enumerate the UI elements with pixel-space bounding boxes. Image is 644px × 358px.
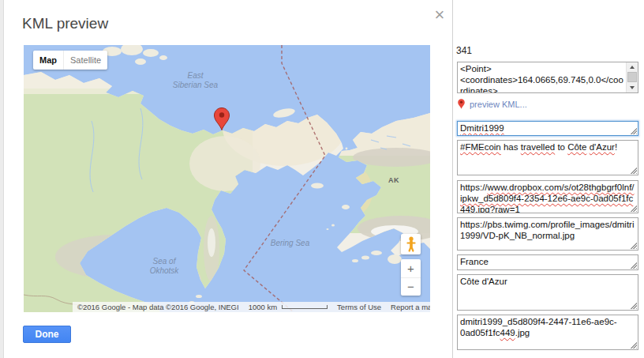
preview-kml-label: preview KML...	[470, 100, 527, 109]
close-icon[interactable]: ×	[429, 5, 450, 25]
scale-control: 1000 km	[249, 303, 328, 311]
zoom-out-button[interactable]: −	[401, 278, 421, 296]
pegman-icon	[406, 236, 417, 252]
map-marker[interactable]	[214, 107, 230, 130]
terms-of-use-link[interactable]: Terms of Use	[337, 303, 381, 311]
report-map-error-link[interactable]: Report a map error	[391, 303, 430, 311]
zoom-in-button[interactable]: +	[401, 259, 421, 278]
copyright-label: ©2016 Google - Map data ©2016 Google, IN…	[77, 303, 239, 311]
satellite-button[interactable]: Satellite	[63, 51, 107, 70]
page-left-edge	[0, 0, 4, 358]
tweet-text-field[interactable]: #FMEcoin has travelled to Côte d'Azur!	[457, 140, 638, 175]
marker-icon	[458, 99, 465, 109]
zoom-control: + −	[401, 259, 421, 296]
map-type-control: Map Satellite	[33, 51, 107, 70]
pegman-button[interactable]	[401, 234, 421, 254]
scale-label: 1000 km	[249, 303, 277, 311]
map-basemap	[24, 45, 430, 312]
scale-bar	[282, 305, 328, 309]
kml-snippet-field[interactable]: <Point> <coordinates>164.0665,69.745,0.0…	[457, 62, 638, 93]
row-number-label: 341	[456, 45, 472, 56]
label-alaska: AK	[388, 176, 399, 184]
resize-grip[interactable]	[630, 302, 637, 309]
done-button[interactable]: Done	[23, 326, 71, 343]
profile-image-url-field[interactable]: https://pbs.twimg.com/profile_images/dmi…	[457, 217, 638, 251]
kml-snippet-text: <Point> <coordinates>164.0665,69.745,0.0…	[460, 63, 623, 93]
username-field[interactable]: Dmitri1999	[457, 121, 638, 136]
kml-snippet-scrollbar[interactable]	[626, 62, 638, 92]
scroll-down-icon[interactable]	[627, 83, 638, 92]
scroll-thumb[interactable]	[627, 72, 637, 82]
preview-kml-link[interactable]: preview KML...	[458, 99, 527, 109]
resize-grip[interactable]	[630, 242, 637, 249]
map-attribution-bar: ©2016 Google - Map data ©2016 Google, IN…	[73, 302, 430, 312]
image-url-field[interactable]: https://www.dropbox.com/s/ot28thgbgrf0ln…	[457, 180, 638, 213]
resize-grip[interactable]	[630, 127, 637, 134]
resize-grip[interactable]	[630, 167, 637, 174]
country-field[interactable]: France	[457, 254, 638, 270]
resize-grip[interactable]	[630, 262, 637, 269]
region-field[interactable]: Côte d'Azur	[457, 274, 638, 311]
page-title: KML preview	[22, 15, 108, 32]
panel-divider	[452, 0, 453, 358]
resize-grip[interactable]	[630, 341, 637, 349]
scroll-up-icon[interactable]	[627, 62, 638, 72]
map-canvas[interactable]: East Siberian Sea Bering Sea Sea of Okho…	[24, 45, 430, 312]
map-button[interactable]: Map	[33, 51, 63, 70]
resize-grip[interactable]	[630, 205, 637, 212]
filename-field[interactable]: dmitri1999_d5d809f4-2447-11e6-ae9c-0ad05…	[457, 315, 638, 350]
